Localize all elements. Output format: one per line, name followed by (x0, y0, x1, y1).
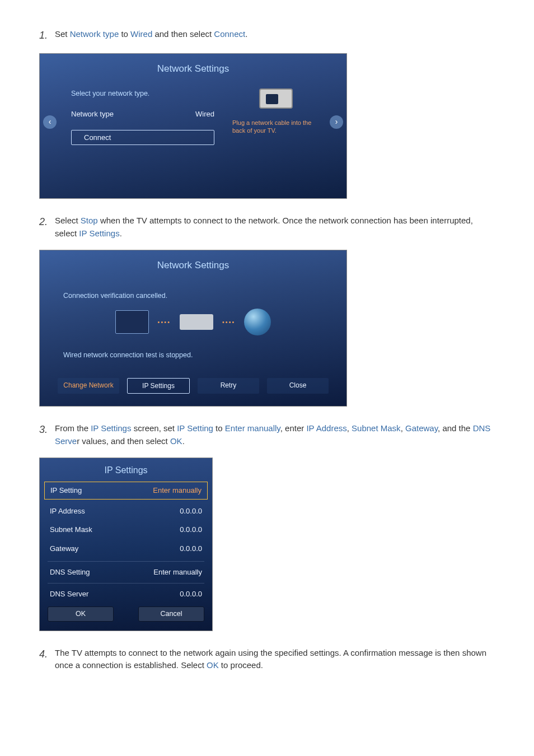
step-2: 2. Select Stop when the TV attempts to c… (39, 214, 495, 240)
dialog-title: Network Settings (40, 62, 346, 76)
globe-icon (244, 309, 271, 335)
step-1: 1. Set Network type to Wired and then se… (39, 28, 495, 43)
change-network-button[interactable]: Change Network (58, 378, 119, 394)
connection-diagram: •••• •••• (53, 309, 333, 335)
ip-settings-button[interactable]: IP Settings (127, 378, 190, 394)
ok-button[interactable]: OK (48, 606, 114, 622)
step-4: 4. The TV attempts to connect to the net… (39, 647, 495, 672)
row-label: Gateway (50, 543, 78, 554)
row-label: Subnet Mask (50, 524, 92, 535)
retry-button[interactable]: Retry (198, 378, 259, 394)
step-number: 4. (39, 647, 55, 672)
dns-setting-row[interactable]: DNS Setting Enter manually (40, 563, 212, 582)
screenshot-network-settings-1: Network Settings ‹ Select your network t… (39, 53, 347, 199)
screenshot-network-settings-2: Network Settings Connection verification… (39, 250, 347, 407)
row-value: Enter manually (153, 485, 202, 496)
row-label: IP Setting (50, 485, 82, 496)
dialog-title: Network Settings (53, 258, 333, 273)
step-text: Select Stop when the TV attempts to conn… (55, 214, 495, 240)
row-label: DNS Server (50, 589, 88, 600)
step-number: 1. (39, 28, 55, 43)
screenshot-ip-settings: IP Settings IP Setting Enter manually IP… (39, 458, 213, 631)
row-label: DNS Setting (50, 567, 90, 578)
step-number: 3. (39, 422, 55, 447)
nav-left-icon[interactable]: ‹ (43, 115, 57, 129)
row-value: Enter manually (153, 567, 202, 578)
status-text: Wired network connection test is stopped… (63, 350, 323, 361)
ethernet-port-icon (259, 88, 293, 109)
row-value: 0.0.0.0 (180, 524, 202, 535)
dialog-subtitle: Connection verification cancelled. (63, 291, 323, 301)
gateway-row[interactable]: Gateway 0.0.0.0 (40, 539, 212, 558)
step-number: 2. (39, 214, 55, 240)
subnet-mask-row[interactable]: Subnet Mask 0.0.0.0 (40, 520, 212, 539)
step-text: From the IP Settings screen, set IP Sett… (55, 422, 495, 447)
connection-dots-icon: •••• (222, 319, 235, 325)
dialog-subtitle: Select your network type. (71, 88, 214, 99)
nav-right-icon[interactable]: › (330, 115, 343, 129)
row-value: 0.0.0.0 (180, 543, 202, 554)
step-text: The TV attempts to connect to the networ… (55, 647, 495, 672)
tv-icon (115, 310, 149, 334)
step-text: Set Network type to Wired and then selec… (55, 28, 495, 43)
cancel-button[interactable]: Cancel (138, 606, 204, 622)
network-type-value: Wired (195, 109, 214, 120)
step-3: 3. From the IP Settings screen, set IP S… (39, 422, 495, 447)
connection-dots-icon: •••• (158, 319, 171, 325)
close-button[interactable]: Close (267, 378, 329, 394)
router-icon (180, 314, 213, 330)
ip-setting-row[interactable]: IP Setting Enter manually (44, 482, 208, 500)
ip-address-row[interactable]: IP Address 0.0.0.0 (40, 502, 212, 521)
network-type-label: Network type (71, 109, 114, 120)
dns-server-row[interactable]: DNS Server 0.0.0.0 (40, 585, 212, 604)
tip-text: Plug a network cable into the back of yo… (232, 119, 320, 136)
network-type-row[interactable]: Network type Wired (71, 109, 214, 120)
dialog-title: IP Settings (40, 458, 212, 482)
row-value: 0.0.0.0 (180, 506, 202, 517)
row-value: 0.0.0.0 (180, 589, 202, 600)
connect-button[interactable]: Connect (71, 130, 214, 146)
row-label: IP Address (50, 506, 85, 517)
